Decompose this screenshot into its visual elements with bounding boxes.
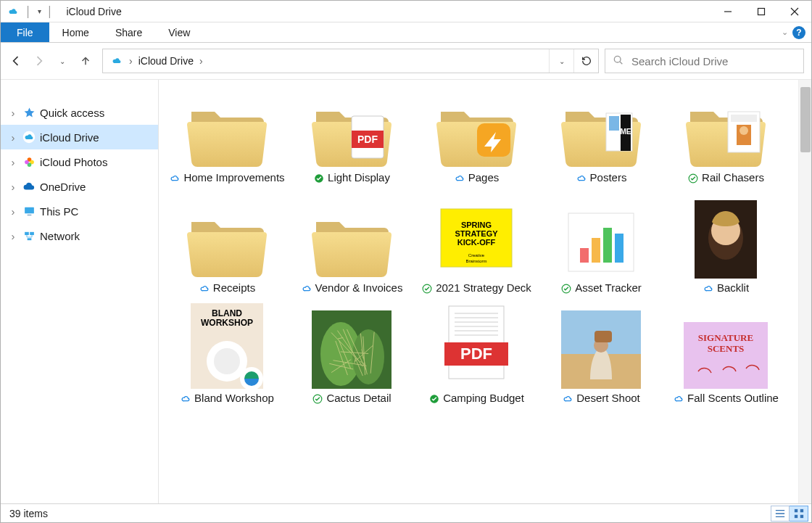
sidebar-item-label: Quick access	[40, 107, 104, 119]
cloud-status-icon	[301, 283, 312, 295]
file-label: Receipts	[213, 281, 255, 295]
forward-button[interactable]	[31, 54, 47, 68]
address-dropdown-button[interactable]: ⌄	[549, 49, 573, 73]
sidebar-item-label: iCloud Photos	[40, 156, 107, 168]
available-status-icon	[560, 283, 572, 295]
svg-rect-34	[592, 238, 600, 263]
file-label: 2021 Strategy Deck	[436, 281, 531, 295]
chevron-right-icon: ›	[8, 230, 18, 242]
file-item[interactable]: MEPosters	[540, 87, 662, 187]
breadcrumb-root[interactable]	[107, 53, 126, 69]
file-thumbnail: BLANDWORKSHOP	[183, 310, 270, 389]
file-grid[interactable]: Home ImprovementsPDFLight DisplayPagesME…	[159, 80, 798, 503]
file-item[interactable]: Vendor & Invoices	[291, 197, 413, 297]
sidebar-item-icloud-photos[interactable]: ›iCloud Photos	[1, 149, 158, 174]
svg-rect-35	[603, 228, 612, 263]
file-item[interactable]: Pages	[415, 87, 537, 187]
refresh-button[interactable]	[573, 49, 598, 73]
file-label: Home Improvements	[183, 171, 284, 184]
minimize-button[interactable]	[711, 1, 745, 22]
sidebar-item-label: Network	[40, 230, 80, 242]
search-input[interactable]	[631, 55, 803, 67]
file-item[interactable]: Home Improvements	[166, 87, 288, 187]
maximize-button[interactable]	[745, 1, 778, 22]
file-label-row: Cactus Detail	[312, 392, 391, 405]
details-view-button[interactable]	[771, 506, 790, 522]
close-button[interactable]	[778, 1, 811, 22]
file-item[interactable]: Receipts	[166, 197, 288, 297]
onedrive-icon	[22, 180, 36, 193]
up-button[interactable]	[78, 54, 94, 67]
file-label: Rail Chasers	[702, 171, 764, 184]
address-bar[interactable]: › iCloud Drive › ⌄	[102, 49, 599, 73]
search-field[interactable]	[605, 49, 804, 73]
qat-dropdown-icon[interactable]: ▾	[38, 7, 41, 15]
file-item[interactable]: PDFLight Display	[291, 87, 413, 187]
ribbon-tab-file[interactable]: File	[1, 22, 49, 42]
sidebar-item-network[interactable]: ›Network	[1, 223, 158, 248]
breadcrumb-segment-0[interactable]: iCloud Drive	[136, 54, 196, 68]
chevron-right-icon: ›	[8, 205, 18, 218]
file-thumbnail	[558, 310, 645, 389]
svg-rect-85	[800, 508, 803, 511]
file-item[interactable]: BLANDWORKSHOPBland Workshop	[166, 308, 288, 408]
ribbon-tab-view[interactable]: View	[155, 22, 203, 42]
svg-point-48	[352, 329, 384, 384]
file-item[interactable]: Cactus Detail	[291, 308, 413, 408]
content-wrap: Home ImprovementsPDFLight DisplayPagesME…	[159, 80, 811, 503]
cloud-status-icon	[703, 283, 714, 295]
svg-rect-13	[27, 238, 31, 240]
chevron-right-icon: ›	[8, 131, 18, 144]
file-label: Desert Shoot	[576, 392, 640, 405]
nav-pane: ›Quick access›iCloud Drive›iCloud Photos…	[1, 80, 159, 503]
file-item[interactable]: Asset Tracker	[540, 197, 662, 297]
scroll-thumb[interactable]	[800, 87, 811, 152]
help-button[interactable]: ?	[792, 26, 805, 39]
file-thumbnail	[682, 200, 769, 279]
sidebar-item-label: OneDrive	[40, 181, 86, 193]
icons-view-button[interactable]	[790, 506, 808, 522]
svg-rect-20	[609, 116, 619, 131]
sidebar-item-icloud-drive[interactable]: ›iCloud Drive	[1, 125, 158, 149]
available-status-icon	[421, 283, 433, 295]
file-item[interactable]: Desert Shoot	[540, 308, 662, 408]
item-count: 39 items	[9, 508, 48, 519]
star-icon	[22, 106, 36, 119]
file-item[interactable]: SIGNATURESCENTSFall Scents Outline	[665, 308, 787, 408]
back-button[interactable]	[8, 54, 24, 68]
svg-rect-86	[794, 514, 797, 517]
file-item[interactable]: Backlit	[665, 197, 787, 297]
file-label-row: Rail Chasers	[687, 171, 764, 184]
svg-rect-1	[758, 8, 765, 15]
statusbar: 39 items	[1, 503, 811, 522]
file-label: Light Display	[328, 171, 390, 184]
file-label-row: Posters	[576, 171, 627, 184]
qat-divider: │	[25, 6, 32, 17]
file-label: Vendor & Invoices	[315, 281, 403, 295]
chevron-right-icon: ›	[8, 181, 18, 193]
file-item[interactable]: PDFCamping Budget	[415, 308, 537, 408]
file-thumbnail: ME	[558, 90, 645, 168]
available-status-icon	[687, 173, 699, 184]
window-title: iCloud Drive	[67, 6, 122, 17]
file-label-row: Fall Scents Outline	[673, 392, 779, 405]
file-label-row: 2021 Strategy Deck	[421, 281, 531, 295]
sidebar-item-quick-access[interactable]: ›Quick access	[1, 100, 158, 125]
file-label-row: Desert Shoot	[562, 392, 640, 405]
sidebar-item-onedrive[interactable]: ›OneDrive	[1, 174, 158, 199]
sidebar-item-label: This PC	[40, 205, 78, 218]
history-dropdown-icon[interactable]: ⌄	[54, 57, 70, 65]
vertical-scrollbar[interactable]	[798, 80, 811, 503]
sidebar-item-this-pc[interactable]: ›This PC	[1, 199, 158, 223]
ribbon: File Home Share View ⌄ ?	[1, 22, 811, 43]
file-label-row: Home Improvements	[169, 171, 284, 184]
file-item[interactable]: SPRINGSTRATEGYKICK-OFFCreativeBrainstorm…	[415, 197, 537, 297]
ribbon-collapse-icon[interactable]: ⌄	[782, 28, 788, 37]
nav-buttons: ⌄	[8, 54, 94, 68]
ribbon-tab-home[interactable]: Home	[49, 22, 102, 42]
sidebar-item-label: iCloud Drive	[40, 131, 99, 144]
svg-rect-11	[25, 231, 29, 234]
file-item[interactable]: Rail Chasers	[665, 87, 787, 187]
file-thumbnail	[183, 200, 270, 279]
ribbon-tab-share[interactable]: Share	[102, 22, 155, 42]
